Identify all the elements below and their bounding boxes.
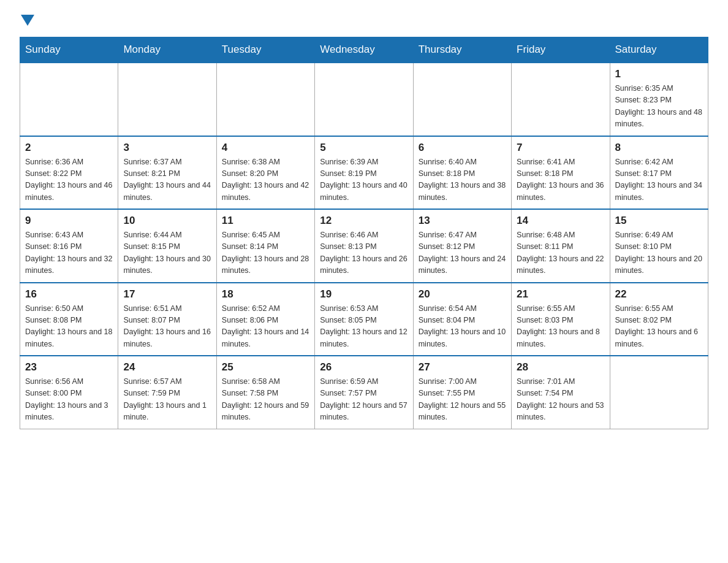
calendar-cell <box>20 63 118 136</box>
day-number: 11 <box>222 215 309 227</box>
day-number: 22 <box>615 288 703 301</box>
weekday-header-friday: Friday <box>512 37 610 63</box>
day-info: Sunrise: 6:55 AM Sunset: 8:03 PM Dayligh… <box>517 303 604 351</box>
weekday-header-saturday: Saturday <box>610 37 708 63</box>
calendar-cell: 12Sunrise: 6:46 AM Sunset: 8:13 PM Dayli… <box>315 209 413 283</box>
calendar-cell: 3Sunrise: 6:37 AM Sunset: 8:21 PM Daylig… <box>118 136 216 210</box>
day-info: Sunrise: 6:37 AM Sunset: 8:21 PM Dayligh… <box>123 156 211 204</box>
day-number: 7 <box>517 142 604 154</box>
day-info: Sunrise: 6:51 AM Sunset: 8:07 PM Dayligh… <box>123 303 211 351</box>
day-number: 8 <box>615 142 703 154</box>
day-number: 21 <box>517 288 604 301</box>
day-number: 25 <box>222 361 309 373</box>
calendar-cell: 10Sunrise: 6:44 AM Sunset: 8:15 PM Dayli… <box>118 209 216 283</box>
day-number: 26 <box>320 361 408 373</box>
calendar-cell: 13Sunrise: 6:47 AM Sunset: 8:12 PM Dayli… <box>413 209 511 283</box>
day-number: 2 <box>25 142 113 154</box>
day-number: 18 <box>222 288 309 301</box>
calendar-cell <box>216 63 314 136</box>
day-info: Sunrise: 6:58 AM Sunset: 7:58 PM Dayligh… <box>222 376 309 424</box>
day-number: 9 <box>25 215 113 227</box>
calendar-cell <box>610 356 708 429</box>
week-row-3: 9Sunrise: 6:43 AM Sunset: 8:16 PM Daylig… <box>20 209 708 283</box>
calendar-cell: 17Sunrise: 6:51 AM Sunset: 8:07 PM Dayli… <box>118 283 216 356</box>
calendar-cell: 6Sunrise: 6:40 AM Sunset: 8:18 PM Daylig… <box>413 136 511 210</box>
day-number: 6 <box>419 142 506 154</box>
calendar-cell <box>315 63 413 136</box>
calendar-cell <box>512 63 610 136</box>
week-row-2: 2Sunrise: 6:36 AM Sunset: 8:22 PM Daylig… <box>20 136 708 210</box>
day-info: Sunrise: 6:59 AM Sunset: 7:57 PM Dayligh… <box>320 376 408 424</box>
day-number: 24 <box>123 361 211 373</box>
calendar-cell: 19Sunrise: 6:53 AM Sunset: 8:05 PM Dayli… <box>315 283 413 356</box>
day-info: Sunrise: 6:38 AM Sunset: 8:20 PM Dayligh… <box>222 156 309 204</box>
day-number: 16 <box>25 288 113 301</box>
day-info: Sunrise: 7:01 AM Sunset: 7:54 PM Dayligh… <box>517 376 604 424</box>
svg-marker-0 <box>21 15 34 26</box>
week-row-1: 1Sunrise: 6:35 AM Sunset: 8:23 PM Daylig… <box>20 63 708 136</box>
day-info: Sunrise: 6:48 AM Sunset: 8:11 PM Dayligh… <box>517 229 604 277</box>
calendar-cell: 21Sunrise: 6:55 AM Sunset: 8:03 PM Dayli… <box>512 283 610 356</box>
day-number: 1 <box>615 68 703 80</box>
day-number: 12 <box>320 215 408 227</box>
day-number: 3 <box>123 142 211 154</box>
day-number: 10 <box>123 215 211 227</box>
calendar-cell: 24Sunrise: 6:57 AM Sunset: 7:59 PM Dayli… <box>118 356 216 429</box>
day-number: 13 <box>419 215 506 227</box>
day-info: Sunrise: 6:41 AM Sunset: 8:18 PM Dayligh… <box>517 156 604 204</box>
day-number: 17 <box>123 288 211 301</box>
calendar-cell <box>118 63 216 136</box>
day-info: Sunrise: 6:36 AM Sunset: 8:22 PM Dayligh… <box>25 156 113 204</box>
calendar-cell: 7Sunrise: 6:41 AM Sunset: 8:18 PM Daylig… <box>512 136 610 210</box>
week-row-4: 16Sunrise: 6:50 AM Sunset: 8:08 PM Dayli… <box>20 283 708 356</box>
calendar-cell: 27Sunrise: 7:00 AM Sunset: 7:55 PM Dayli… <box>413 356 511 429</box>
weekday-header-wednesday: Wednesday <box>315 37 413 63</box>
calendar-cell: 15Sunrise: 6:49 AM Sunset: 8:10 PM Dayli… <box>610 209 708 283</box>
day-info: Sunrise: 6:35 AM Sunset: 8:23 PM Dayligh… <box>615 83 703 131</box>
calendar-cell: 26Sunrise: 6:59 AM Sunset: 7:57 PM Dayli… <box>315 356 413 429</box>
weekday-header-row: SundayMondayTuesdayWednesdayThursdayFrid… <box>20 37 708 63</box>
calendar-cell: 28Sunrise: 7:01 AM Sunset: 7:54 PM Dayli… <box>512 356 610 429</box>
weekday-header-tuesday: Tuesday <box>216 37 314 63</box>
day-info: Sunrise: 6:44 AM Sunset: 8:15 PM Dayligh… <box>123 229 211 277</box>
day-info: Sunrise: 6:53 AM Sunset: 8:05 PM Dayligh… <box>320 303 408 351</box>
day-info: Sunrise: 6:52 AM Sunset: 8:06 PM Dayligh… <box>222 303 309 351</box>
day-info: Sunrise: 6:45 AM Sunset: 8:14 PM Dayligh… <box>222 229 309 277</box>
day-info: Sunrise: 6:39 AM Sunset: 8:19 PM Dayligh… <box>320 156 408 204</box>
calendar-table: SundayMondayTuesdayWednesdayThursdayFrid… <box>20 37 708 429</box>
weekday-header-sunday: Sunday <box>20 37 118 63</box>
calendar-cell: 2Sunrise: 6:36 AM Sunset: 8:22 PM Daylig… <box>20 136 118 210</box>
day-number: 15 <box>615 215 703 227</box>
calendar-cell: 4Sunrise: 6:38 AM Sunset: 8:20 PM Daylig… <box>216 136 314 210</box>
day-number: 27 <box>419 361 506 373</box>
day-info: Sunrise: 6:49 AM Sunset: 8:10 PM Dayligh… <box>615 229 703 277</box>
day-number: 5 <box>320 142 408 154</box>
day-info: Sunrise: 6:50 AM Sunset: 8:08 PM Dayligh… <box>25 303 113 351</box>
day-number: 20 <box>419 288 506 301</box>
calendar-cell: 20Sunrise: 6:54 AM Sunset: 8:04 PM Dayli… <box>413 283 511 356</box>
calendar-cell: 11Sunrise: 6:45 AM Sunset: 8:14 PM Dayli… <box>216 209 314 283</box>
logo <box>20 15 34 27</box>
day-info: Sunrise: 6:42 AM Sunset: 8:17 PM Dayligh… <box>615 156 703 204</box>
calendar-cell: 18Sunrise: 6:52 AM Sunset: 8:06 PM Dayli… <box>216 283 314 356</box>
logo-triangle-icon <box>21 15 34 26</box>
calendar-cell: 22Sunrise: 6:55 AM Sunset: 8:02 PM Dayli… <box>610 283 708 356</box>
weekday-header-thursday: Thursday <box>413 37 511 63</box>
calendar-cell: 8Sunrise: 6:42 AM Sunset: 8:17 PM Daylig… <box>610 136 708 210</box>
calendar-cell: 14Sunrise: 6:48 AM Sunset: 8:11 PM Dayli… <box>512 209 610 283</box>
day-info: Sunrise: 6:57 AM Sunset: 7:59 PM Dayligh… <box>123 376 211 424</box>
weekday-header-monday: Monday <box>118 37 216 63</box>
calendar-cell: 9Sunrise: 6:43 AM Sunset: 8:16 PM Daylig… <box>20 209 118 283</box>
day-number: 4 <box>222 142 309 154</box>
day-info: Sunrise: 6:40 AM Sunset: 8:18 PM Dayligh… <box>419 156 506 204</box>
day-info: Sunrise: 6:55 AM Sunset: 8:02 PM Dayligh… <box>615 303 703 351</box>
day-info: Sunrise: 6:56 AM Sunset: 8:00 PM Dayligh… <box>25 376 113 424</box>
day-info: Sunrise: 6:46 AM Sunset: 8:13 PM Dayligh… <box>320 229 408 277</box>
day-info: Sunrise: 6:54 AM Sunset: 8:04 PM Dayligh… <box>419 303 506 351</box>
week-row-5: 23Sunrise: 6:56 AM Sunset: 8:00 PM Dayli… <box>20 356 708 429</box>
day-number: 19 <box>320 288 408 301</box>
day-number: 23 <box>25 361 113 373</box>
page-header <box>20 15 708 27</box>
calendar-cell: 1Sunrise: 6:35 AM Sunset: 8:23 PM Daylig… <box>610 63 708 136</box>
calendar-cell: 25Sunrise: 6:58 AM Sunset: 7:58 PM Dayli… <box>216 356 314 429</box>
